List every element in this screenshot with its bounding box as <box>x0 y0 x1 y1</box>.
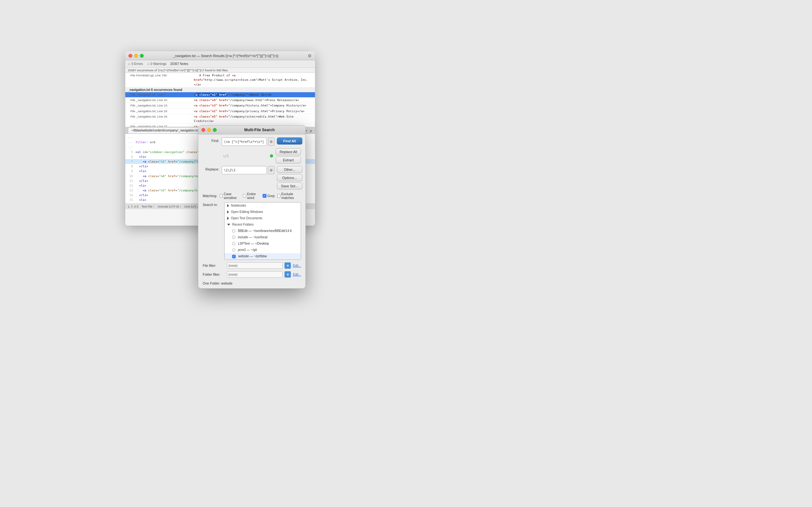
search-in-open-text[interactable]: Open Text Documents <box>224 215 301 222</box>
warnings-indicator: ⚠ 0 Warnings <box>147 62 166 66</box>
cursor-position: 1, 7, 4 S <box>128 205 139 208</box>
folder-filter-dropdown: ▼ <box>285 271 291 278</box>
result-content: <a class="n5" href="/company/sitecredits… <box>194 114 312 124</box>
search-in-row: Search in: Notebooks Open Editing Window… <box>203 202 301 260</box>
replace-row: Replace: ⊕ Other... Options... Save Set.… <box>203 166 301 189</box>
tab-navigation[interactable]: ~/tbbw/website/content/company/_navigati… <box>128 127 202 133</box>
file-filter-edit[interactable]: Edit... <box>293 264 301 268</box>
dialog-minimize-button[interactable] <box>207 128 211 132</box>
line-endings: Unix (LF) ↕ <box>184 205 198 208</box>
result-file-label: File _navigation.txt; Line 13: <box>131 103 194 108</box>
search-in-recent[interactable]: Recent Folders <box>224 222 301 228</box>
search-dialog: Multi-File Search Find: ⊕ Find All ↕/1 R… <box>198 125 306 289</box>
result-file-label: File _navigation.txt; Line 22: <box>131 124 194 127</box>
search-in-pcre2[interactable]: pcre2 — ~/git <box>224 247 301 253</box>
errors-label: 0 Errors <box>132 62 143 66</box>
occurrence-text: 20387 occurrences of '{<a [^>]*href}\s*=… <box>128 68 229 72</box>
result-file-label: File _navigation.txt; Line 16: <box>131 109 194 113</box>
group-label: _navigation.txt 6 occurrences found <box>128 88 183 92</box>
dialog-close-button[interactable] <box>201 128 205 132</box>
exclude-matches-check[interactable]: Exclude matches <box>277 192 301 200</box>
green-dot <box>270 154 273 158</box>
options-button[interactable]: Options... <box>277 174 302 181</box>
result-content: A Free Product of <a href="http://www.sc… <box>194 73 312 87</box>
tf-indicator: ↕/1 <box>223 154 229 158</box>
file-filter-row: File filter: ▼ Edit... <box>203 262 301 269</box>
folder-filter-edit[interactable]: Edit... <box>293 273 301 276</box>
file-filter-input[interactable] <box>227 262 283 269</box>
result-file-label: File _navigation.txt; Line 19: <box>131 114 194 124</box>
result-nav-13[interactable]: File _navigation.txt; Line 13: <a class=… <box>125 103 315 108</box>
website-checkbox[interactable]: ✓ <box>232 255 236 258</box>
result-nav-10[interactable]: File _navigation.txt; Line 10: <a class=… <box>125 98 315 103</box>
extract-button[interactable]: Extract <box>275 157 301 164</box>
case-sensitive-checkbox[interactable] <box>220 194 223 198</box>
bbedit-label: BBEdit — ~/svn/branches/BBEdit/14.6 <box>238 228 292 233</box>
search-in-include[interactable]: include — ~/usr/local <box>224 234 301 240</box>
search-in-bbedit[interactable]: BBEdit — ~/svn/branches/BBEdit/14.6 <box>224 228 301 234</box>
file-filter-dropdown: ▼ <box>285 262 291 269</box>
replace-all-button[interactable]: Replace All <box>275 148 301 155</box>
search-in-notebooks[interactable]: Notebooks <box>224 203 301 209</box>
search-in-website[interactable]: ✓ website — ~/pt/tbbw <box>224 253 301 260</box>
other-button[interactable]: Other... <box>277 166 302 173</box>
entire-word-checkbox[interactable] <box>243 194 246 198</box>
dialog-title: Multi-File Search <box>217 128 302 132</box>
matching-label: Matching: <box>203 194 217 198</box>
replace-input[interactable] <box>222 166 267 174</box>
file-type: Text File ↑ <box>142 205 155 208</box>
window-title: _navigation.txt — Search Results [{<a [^… <box>144 54 308 58</box>
exclude-matches-label: Exclude matches <box>281 192 301 200</box>
folder-filter-label: Folder filter: <box>203 273 225 276</box>
open-text-label: Open Text Documents <box>231 216 262 221</box>
result-nav-19[interactable]: File _navigation.txt; Line 19: <a class=… <box>125 114 315 124</box>
search-in-lsptest[interactable]: LSPText — ~/Desktop <box>224 240 301 247</box>
file-filter-label: File filter: <box>203 264 225 268</box>
notes-indicator: 20367 Notes <box>170 62 189 66</box>
expand-icon <box>227 224 230 226</box>
minimize-button[interactable] <box>134 54 138 58</box>
case-sensitive-label: Case sensitive <box>223 192 241 200</box>
grep-checkbox[interactable]: ✓ <box>263 194 266 198</box>
find-all-button[interactable]: Find All <box>277 137 302 145</box>
exclude-matches-checkbox[interactable] <box>277 194 281 198</box>
result-content: <a class="n4" href="/company/news.html">… <box>194 98 299 102</box>
errors-indicator: ⚠ 0 Errors <box>128 62 143 66</box>
save-set-button[interactable]: Save Set... <box>277 182 302 189</box>
settings-icon[interactable]: ⚙ <box>308 53 312 58</box>
grep-check[interactable]: ✓ Grep <box>263 194 275 198</box>
include-label: include — ~/usr/local <box>238 235 267 240</box>
maximize-button[interactable] <box>140 54 144 58</box>
dialog-titlebar: Multi-File Search <box>198 125 305 134</box>
dialog-body: Find: ⊕ Find All ↕/1 Replace All Extract <box>198 134 305 288</box>
search-results-area[interactable]: File FormMail.cgi; Line 745: A Free Prod… <box>125 73 315 127</box>
replace-history-btn[interactable]: ⊕ <box>268 166 274 174</box>
result-nav-7[interactable]: File _navigation.txt; Line 7: <a class="… <box>125 92 315 98</box>
find-history-btn[interactable]: ⊕ <box>268 137 274 146</box>
dialog-maximize-button[interactable] <box>213 128 217 132</box>
replace-label: Replace: <box>203 166 219 171</box>
close-tab-icon[interactable]: ✕ <box>309 129 312 133</box>
result-formmail[interactable]: File FormMail.cgi; Line 745: A Free Prod… <box>125 73 315 88</box>
tab-label-1: ~/tbbw/website/content/company/_navigati… <box>131 129 199 132</box>
notes-label: 20367 Notes <box>170 62 189 66</box>
tf-row: ↕/1 Replace All Extract <box>203 148 301 164</box>
search-in-list[interactable]: Notebooks Open Editing Windows Open Text… <box>224 202 301 260</box>
traffic-lights <box>129 54 144 58</box>
radio-lsptest <box>232 242 235 245</box>
case-sensitive-check[interactable]: Case sensitive <box>220 192 241 200</box>
expand-icon <box>227 204 229 207</box>
search-in-label: Search in: <box>203 202 222 207</box>
result-content: <a class="n2" href="/company/privacy.htm… <box>194 109 305 113</box>
folder-filter-row: Folder filter: ▼ Edit... <box>203 271 301 278</box>
find-input[interactable] <box>222 137 267 146</box>
entire-word-check[interactable]: Entire word <box>243 192 260 200</box>
result-nav-16[interactable]: File _navigation.txt; Line 16: <a class=… <box>125 109 315 114</box>
radio-bbedit <box>232 229 235 233</box>
search-in-open-editing[interactable]: Open Editing Windows <box>224 209 301 215</box>
notebooks-label: Notebooks <box>231 203 246 208</box>
close-button[interactable] <box>129 54 132 58</box>
editor-titlebar: _navigation.txt — Search Results [{<a [^… <box>125 51 315 60</box>
folder-filter-input[interactable] <box>227 271 283 278</box>
result-file-label: File _navigation.txt; Line 10: <box>131 98 194 102</box>
